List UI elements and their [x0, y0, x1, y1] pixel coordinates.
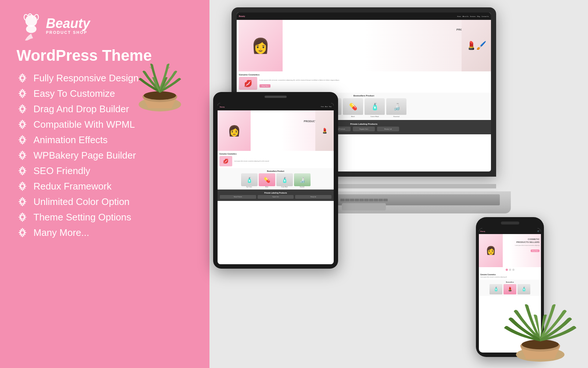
phone-logo: Beauty: [480, 230, 485, 232]
feature-icon-6: [17, 149, 28, 161]
plant-top-left: [121, 37, 198, 114]
product-2-img: 💊: [343, 98, 363, 115]
tablet-hero-img: 👩: [218, 110, 251, 151]
phone-cart-icon: 🛒: [537, 230, 539, 232]
plant-bottom-right: [496, 276, 584, 364]
phone-dots: [479, 267, 541, 272]
key: [345, 199, 349, 201]
feature-label-11: Many More...: [33, 227, 89, 238]
feature-label-6: WPBakery Page Builder: [33, 150, 136, 161]
product-3: 🧴 Cream Wash: [365, 98, 385, 117]
tablet-product-4: 🍶 Essential: [294, 173, 311, 188]
nav-link-contact: Contact Us: [481, 15, 489, 17]
feature-item-6: WPBakery Page Builder: [17, 149, 186, 161]
tablet-dark-item-1-label: Natural Products: [221, 196, 255, 198]
tablet-product-4-img: 🍶: [294, 173, 311, 186]
laptop-hero: 👩 COSMETICPRODUCTS SELLERS Lorem ipsum d…: [237, 20, 491, 71]
logo-text: Beauty PRODUCT SHOP: [46, 17, 90, 35]
feature-icon-8: [17, 180, 28, 192]
svg-point-8: [21, 169, 24, 173]
svg-point-4: [21, 107, 24, 111]
phone-dot-2: [512, 269, 514, 271]
phone-nav: Beauty 🛒: [479, 228, 541, 234]
phone-hero-text: COSMETICPRODUCTS SELLERS Lorem ipsum dol…: [515, 238, 539, 253]
tablet-product-2: 💊 Blush: [259, 173, 275, 188]
tablet-logo: Beauty: [220, 106, 225, 108]
product-4-img: 🍶: [386, 98, 406, 115]
svg-point-0: [25, 15, 37, 27]
phone-dot-active: [506, 269, 508, 271]
key: [355, 199, 359, 201]
laptop-genuine-text: Lorem ipsum dolor sit amet, consectetur …: [259, 79, 340, 88]
svg-point-5: [21, 123, 24, 126]
feature-label-8: Redux Framework: [33, 181, 111, 192]
tablet-nav-about: About: [325, 106, 328, 107]
phone-genuine-title: Genuine Cosmetics: [480, 274, 539, 276]
feature-label-10: Theme Setting Options: [33, 212, 131, 223]
tablet-nav-home: Home: [321, 106, 324, 107]
brand-name: Beauty: [46, 17, 90, 30]
tablet-dark-item-3-label: Beauty Lab: [296, 196, 330, 198]
feature-label-4: Compatible With WPML: [33, 119, 135, 130]
tablet-dark-title: Private Labeling Products: [220, 192, 331, 194]
svg-point-2: [21, 76, 24, 80]
key: [364, 199, 369, 201]
phone-dot-1: [509, 269, 511, 271]
tablet-product-1-img: 🧴: [241, 173, 258, 186]
nav-link-blog: Blog: [477, 15, 480, 17]
tablet-dark-item-2-label: Organic Care: [259, 196, 293, 198]
dark-item-3-label: Beauty Lab: [379, 128, 398, 130]
feature-label-2: Easy To Customize: [33, 88, 115, 99]
feature-item-7: SEO Friendly: [17, 165, 186, 177]
nav-link-about: About Us: [462, 15, 468, 17]
tablet-product-3-img: 🧴: [276, 173, 293, 186]
key: [379, 199, 383, 201]
dark-item-2: Organic Care: [353, 127, 375, 131]
laptop-hero-image: 👩: [239, 20, 283, 71]
tablet-products-title: Bestsellers Product: [219, 170, 332, 172]
phone-shop-btn[interactable]: Shop Now: [531, 250, 539, 252]
plant-bottom-right-svg: [496, 276, 584, 364]
tablet-dark-item-1: Natural Products: [220, 195, 256, 199]
tablet-nav-shop: Shop: [329, 106, 331, 107]
nav-link-home: Home: [457, 15, 461, 17]
laptop-genuine-title: Genuine Cosmetics: [239, 74, 489, 76]
product-2: 💊 Blush: [343, 98, 363, 117]
tablet-product-2-name: Blush: [259, 186, 275, 188]
key: [350, 199, 354, 201]
tablet-screen: Beauty Home About Shop 👩 COSMETICPRODUCT…: [218, 103, 334, 264]
tablet-dark: Private Labeling Products Natural Produc…: [218, 190, 334, 201]
feature-item-9: Unlimited Color Option: [17, 196, 186, 208]
logo-icon: [17, 11, 46, 40]
phone-notch: [501, 222, 519, 224]
feature-item-10: Theme Setting Options: [17, 211, 186, 223]
laptop-trackpad: [342, 203, 386, 210]
feature-label-3: Drag And Drop Builder: [33, 103, 129, 115]
laptop-shop-btn[interactable]: Shop Now: [259, 84, 270, 88]
svg-point-7: [21, 153, 24, 157]
logo-area: Beauty PRODUCT SHOP: [17, 11, 186, 40]
tablet-nav: Beauty Home About Shop: [218, 103, 334, 110]
tablet-hero: 👩 COSMETICPRODUCTS SELLERS Lorem ipsum d…: [218, 110, 334, 151]
tablet-genuine-content: 💋 Lorem ipsum dolor sit amet, consectetu…: [219, 156, 332, 166]
feature-label-9: Unlimited Color Option: [33, 196, 130, 208]
product-3-name: Cream Wash: [365, 116, 385, 117]
laptop-site-logo: Beauty: [239, 15, 245, 17]
tablet-genuine-title: Genuine Cosmetics: [219, 153, 332, 155]
feature-item-8: Redux Framework: [17, 180, 186, 192]
key: [374, 199, 378, 201]
laptop-cosmetics-img: 💄🖌️: [462, 20, 491, 71]
svg-point-6: [21, 138, 24, 142]
phone-hero-img: 👩: [479, 234, 503, 267]
laptop-genuine-img: 💋: [239, 77, 257, 90]
feature-icon-7: [17, 165, 28, 177]
svg-point-12: [21, 231, 24, 234]
laptop-genuine-desc: Lorem ipsum dolor sit amet, consectetur …: [259, 79, 340, 81]
laptop-genuine: Genuine Cosmetics 💋 Lorem ipsum dolor si…: [237, 71, 491, 92]
svg-point-9: [21, 184, 24, 188]
svg-point-1: [26, 25, 36, 33]
tablet-genuine-text: Lorem ipsum dolor sit amet, consectetur …: [234, 160, 269, 162]
tablet-product-1: 🧴 Eye Cream: [241, 173, 258, 188]
tablet-dark-item-2: Organic Care: [258, 195, 294, 199]
laptop-nav-links: Home About Us Services Blog Contact Us: [457, 15, 489, 17]
